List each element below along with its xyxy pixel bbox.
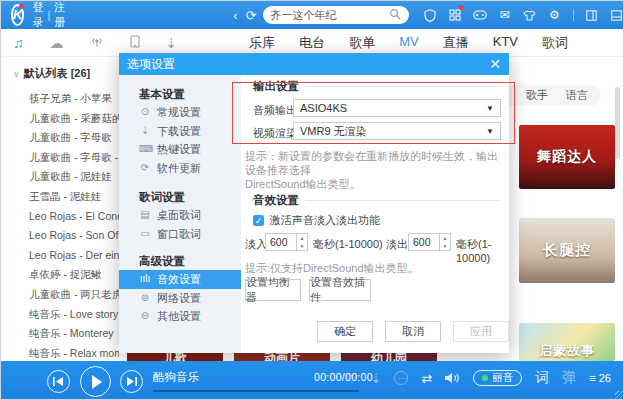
mv-filter-singer[interactable]: 歌手 [526, 88, 548, 103]
gear-icon: ⊙ [139, 103, 151, 122]
playlist-song[interactable]: Leo Rojas - Der einsame ... [1, 246, 119, 266]
login-link[interactable]: 登录 [32, 0, 43, 30]
stepper-down-icon[interactable]: ▼ [297, 242, 307, 250]
tab-lyrics[interactable]: 歌词 [542, 34, 568, 52]
register-link[interactable]: 注册 [54, 0, 65, 30]
video-render-dropdown[interactable]: VMR9 无渲染 ▼ [293, 122, 501, 140]
lyrics-toggle-button[interactable]: 词 [535, 369, 549, 387]
mv-thumbnail[interactable]: 启蒙故事 [519, 323, 615, 361]
stepper-arrows[interactable]: ▲▼ [296, 234, 307, 250]
play-button[interactable] [80, 366, 111, 397]
music-id-shield-icon[interactable] [423, 8, 437, 22]
fade-in-stepper[interactable]: ▲▼ [265, 233, 308, 251]
dialog-close-icon[interactable]: ✕ [489, 57, 501, 71]
search-icon[interactable] [389, 6, 401, 24]
tab-music-library[interactable]: 乐库 [249, 34, 275, 52]
dialog-content: 输出设置 音频输出: ASIO4KS ▼ 视频渲染: VMR9 无渲染 ▼ 提示… [241, 75, 509, 353]
nav-software-update[interactable]: ⟳软件更新 [119, 159, 241, 178]
stepper-down-icon[interactable]: ▼ [440, 242, 450, 250]
playlist-song[interactable]: 儿童歌曲 - 字母歌 [1, 128, 119, 148]
previous-track-button[interactable] [47, 370, 70, 393]
nav-download-settings[interactable]: ⇣下载设置 [119, 122, 241, 141]
tab-songlist[interactable]: 歌单 [349, 34, 375, 52]
message-icon[interactable]: ✉ [498, 8, 512, 22]
nav-window-lyric[interactable]: ▭窗口歌词 [119, 225, 241, 244]
nav-other-settings[interactable]: ⊖其他设置 [119, 307, 241, 326]
scrollbar-thumb[interactable] [615, 87, 620, 159]
playlist-song[interactable]: 儿童歌曲 - 采蘑菇的小姑娘 [1, 109, 119, 129]
tab-mv[interactable]: MV [399, 34, 419, 52]
play-mode-icon[interactable]: ⇄ [421, 371, 432, 386]
fade-out-stepper[interactable]: ▲▼ [408, 233, 451, 251]
nav-hotkey-settings[interactable]: ⌨热键设置 [119, 140, 241, 159]
cloud-icon[interactable]: ☁ [50, 35, 64, 51]
radio-icon[interactable] [90, 35, 104, 51]
search-input[interactable] [271, 9, 389, 21]
mv-thumbnail[interactable]: 舞蹈达人 [519, 125, 615, 189]
stepper-up-icon[interactable]: ▲ [440, 234, 450, 242]
download-manager-icon[interactable]: ⇣ [166, 35, 178, 51]
skin-shirt-icon[interactable] [523, 8, 537, 22]
playlist-song[interactable]: 王雪晶 - 泥娃娃 [1, 187, 119, 207]
apps-grid-icon[interactable] [448, 8, 462, 22]
liyin-sound-effect-toggle[interactable]: 丽音 [473, 370, 522, 386]
mv-content-panel: 场 歌手 语言 舞蹈达人 长腿控 启蒙故事 [509, 57, 624, 361]
favorite-heart-icon[interactable]: ♡ [346, 371, 358, 386]
tab-ktv[interactable]: KTV [493, 34, 518, 52]
local-music-icon[interactable]: ♫ [13, 35, 24, 51]
mv-thumbnail[interactable]: 幼儿园 [341, 353, 437, 361]
fade-in-input[interactable] [266, 234, 296, 250]
volume-icon[interactable] [445, 372, 460, 384]
refresh-icon[interactable]: ⟳ [246, 8, 257, 23]
download-song-icon[interactable]: ⇣ [371, 371, 382, 386]
equalizer-button[interactable]: 设置均衡器 [245, 279, 301, 301]
playlist-song[interactable]: 儿童歌曲 - 两只老虎 [1, 285, 119, 305]
playlist-song[interactable]: 儿童歌曲 - 泥娃娃 [1, 167, 119, 187]
tab-live[interactable]: 直播 [443, 34, 469, 52]
stepper-arrows[interactable]: ▲▼ [439, 234, 450, 250]
apply-button[interactable]: 应用 [453, 321, 509, 342]
ok-button[interactable]: 确定 [317, 321, 373, 342]
back-icon[interactable]: ‹ [233, 8, 237, 23]
playlist-song[interactable]: 筷子兄弟 - 小苹果 [1, 89, 119, 109]
settings-dialog: 选项设置 ✕ 基本设置 ⊙常规设置 ⇣下载设置 ⌨热键设置 ⟳软件更新 歌词设置… [119, 53, 509, 353]
play-queue-button[interactable]: ≡ 26 [589, 372, 611, 384]
playlist-song[interactable]: 纯音乐 - Love story [1, 305, 119, 325]
fade-checkbox-row[interactable]: ✓ 激活声音淡入淡出功能 [253, 213, 380, 228]
checkbox-checked-icon[interactable]: ✓ [253, 215, 264, 226]
device-icon[interactable] [130, 35, 140, 51]
search-box[interactable] [263, 6, 409, 24]
mv-thumbnail[interactable]: 动画片 [234, 353, 330, 361]
mv-thumbnail[interactable]: 长腿控 [519, 218, 615, 283]
mv-filter-language[interactable]: 语言 [566, 88, 588, 103]
stepper-up-icon[interactable]: ▲ [297, 234, 307, 242]
next-track-button[interactable] [120, 370, 143, 393]
audio-output-dropdown[interactable]: ASIO4KS ▼ [293, 99, 501, 117]
dock-panel-icon[interactable] [585, 8, 599, 22]
playlist-song[interactable]: 纯音乐 - Relax moments [1, 344, 119, 361]
current-track-title[interactable]: 酷狗音乐 [153, 370, 199, 385]
more-options-icon[interactable]: ⋯ [394, 371, 408, 385]
cancel-button[interactable]: 取消 [385, 321, 441, 342]
playlist-song[interactable]: Leo Rojas - Son Of Ecuad... [1, 226, 119, 246]
sound-plugin-button[interactable]: 设置音效插件 [309, 279, 371, 301]
danmaku-toggle-button[interactable]: 弹 [562, 369, 576, 387]
nav-network-settings[interactable]: ⊚网络设置 [119, 289, 241, 308]
tab-radio[interactable]: 电台 [299, 34, 325, 52]
fade-out-input[interactable] [409, 234, 439, 250]
playlist-song[interactable]: 纯音乐 - Monterey [1, 324, 119, 344]
nav-sound-settings[interactable]: ıılı音效设置 [119, 270, 241, 289]
kugou-logo[interactable]: K [11, 4, 24, 26]
resize-grip[interactable] [615, 391, 623, 399]
playlist-song[interactable]: Leo Rojas - El Condor Pasa [1, 207, 119, 227]
playlist-song[interactable]: 儿童歌曲 - 字母歌 - 单曲版 [1, 148, 119, 168]
mini-mode-icon[interactable] [610, 8, 624, 22]
progress-bar[interactable] [153, 390, 359, 392]
game-icon[interactable] [473, 8, 487, 22]
playlist-header[interactable]: ∨默认列表 [26] [1, 63, 119, 83]
playlist-song[interactable]: 卓依婷 - 捉泥鳅 [1, 265, 119, 285]
mv-thumbnail[interactable]: 儿歌 [127, 353, 223, 361]
settings-gear-icon[interactable]: ⚙ [548, 8, 562, 22]
nav-desktop-lyric[interactable]: ▤桌面歌词 [119, 206, 241, 225]
nav-general-settings[interactable]: ⊙常规设置 [119, 103, 241, 122]
